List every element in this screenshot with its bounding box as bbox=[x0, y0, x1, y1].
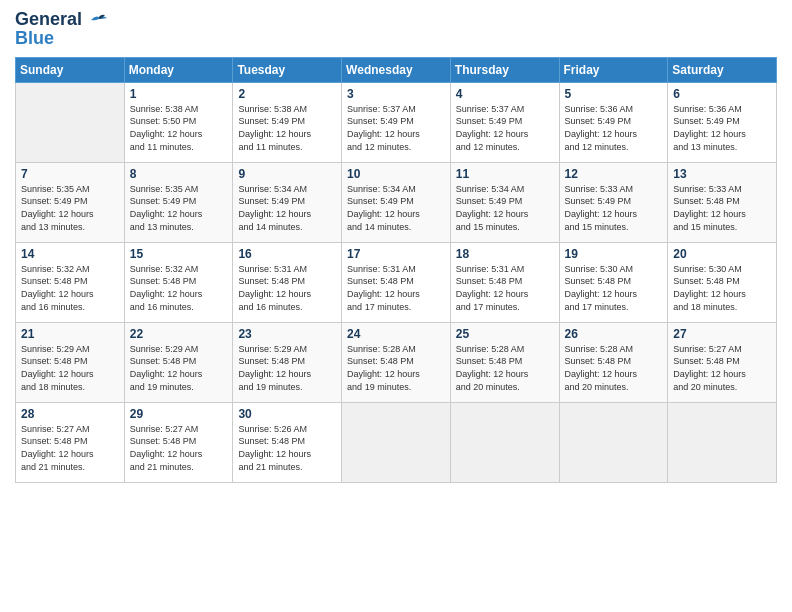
calendar-cell: 22 Sunrise: 5:29 AM Sunset: 5:48 PM Dayl… bbox=[124, 322, 233, 402]
day-number: 9 bbox=[238, 167, 336, 181]
calendar-cell: 16 Sunrise: 5:31 AM Sunset: 5:48 PM Dayl… bbox=[233, 242, 342, 322]
calendar-cell: 5 Sunrise: 5:36 AM Sunset: 5:49 PM Dayli… bbox=[559, 82, 668, 162]
day-number: 6 bbox=[673, 87, 771, 101]
day-info: Sunrise: 5:34 AM Sunset: 5:49 PM Dayligh… bbox=[347, 183, 445, 233]
day-number: 26 bbox=[565, 327, 663, 341]
day-info: Sunrise: 5:35 AM Sunset: 5:49 PM Dayligh… bbox=[130, 183, 228, 233]
day-number: 5 bbox=[565, 87, 663, 101]
day-info: Sunrise: 5:28 AM Sunset: 5:48 PM Dayligh… bbox=[565, 343, 663, 393]
day-number: 15 bbox=[130, 247, 228, 261]
calendar-cell: 4 Sunrise: 5:37 AM Sunset: 5:49 PM Dayli… bbox=[450, 82, 559, 162]
day-number: 16 bbox=[238, 247, 336, 261]
calendar-cell: 30 Sunrise: 5:26 AM Sunset: 5:48 PM Dayl… bbox=[233, 402, 342, 482]
day-info: Sunrise: 5:31 AM Sunset: 5:48 PM Dayligh… bbox=[238, 263, 336, 313]
calendar-cell: 1 Sunrise: 5:38 AM Sunset: 5:50 PM Dayli… bbox=[124, 82, 233, 162]
day-number: 17 bbox=[347, 247, 445, 261]
day-info: Sunrise: 5:28 AM Sunset: 5:48 PM Dayligh… bbox=[456, 343, 554, 393]
calendar-cell: 6 Sunrise: 5:36 AM Sunset: 5:49 PM Dayli… bbox=[668, 82, 777, 162]
day-info: Sunrise: 5:37 AM Sunset: 5:49 PM Dayligh… bbox=[347, 103, 445, 153]
day-info: Sunrise: 5:33 AM Sunset: 5:49 PM Dayligh… bbox=[565, 183, 663, 233]
day-info: Sunrise: 5:38 AM Sunset: 5:49 PM Dayligh… bbox=[238, 103, 336, 153]
day-info: Sunrise: 5:30 AM Sunset: 5:48 PM Dayligh… bbox=[673, 263, 771, 313]
calendar-cell: 20 Sunrise: 5:30 AM Sunset: 5:48 PM Dayl… bbox=[668, 242, 777, 322]
weekday-header-thursday: Thursday bbox=[450, 57, 559, 82]
day-number: 27 bbox=[673, 327, 771, 341]
calendar-cell: 21 Sunrise: 5:29 AM Sunset: 5:48 PM Dayl… bbox=[16, 322, 125, 402]
calendar-cell: 25 Sunrise: 5:28 AM Sunset: 5:48 PM Dayl… bbox=[450, 322, 559, 402]
day-number: 21 bbox=[21, 327, 119, 341]
day-number: 24 bbox=[347, 327, 445, 341]
calendar-cell: 29 Sunrise: 5:27 AM Sunset: 5:48 PM Dayl… bbox=[124, 402, 233, 482]
day-info: Sunrise: 5:34 AM Sunset: 5:49 PM Dayligh… bbox=[456, 183, 554, 233]
calendar-cell: 28 Sunrise: 5:27 AM Sunset: 5:48 PM Dayl… bbox=[16, 402, 125, 482]
weekday-header-sunday: Sunday bbox=[16, 57, 125, 82]
day-number: 1 bbox=[130, 87, 228, 101]
calendar-cell: 14 Sunrise: 5:32 AM Sunset: 5:48 PM Dayl… bbox=[16, 242, 125, 322]
weekday-header-friday: Friday bbox=[559, 57, 668, 82]
week-row-5: 28 Sunrise: 5:27 AM Sunset: 5:48 PM Dayl… bbox=[16, 402, 777, 482]
calendar-cell: 7 Sunrise: 5:35 AM Sunset: 5:49 PM Dayli… bbox=[16, 162, 125, 242]
calendar-cell: 27 Sunrise: 5:27 AM Sunset: 5:48 PM Dayl… bbox=[668, 322, 777, 402]
day-info: Sunrise: 5:29 AM Sunset: 5:48 PM Dayligh… bbox=[130, 343, 228, 393]
day-number: 28 bbox=[21, 407, 119, 421]
day-info: Sunrise: 5:33 AM Sunset: 5:48 PM Dayligh… bbox=[673, 183, 771, 233]
calendar-cell: 8 Sunrise: 5:35 AM Sunset: 5:49 PM Dayli… bbox=[124, 162, 233, 242]
weekday-header-wednesday: Wednesday bbox=[342, 57, 451, 82]
calendar-cell: 11 Sunrise: 5:34 AM Sunset: 5:49 PM Dayl… bbox=[450, 162, 559, 242]
calendar-cell: 19 Sunrise: 5:30 AM Sunset: 5:48 PM Dayl… bbox=[559, 242, 668, 322]
day-info: Sunrise: 5:38 AM Sunset: 5:50 PM Dayligh… bbox=[130, 103, 228, 153]
day-number: 19 bbox=[565, 247, 663, 261]
day-number: 18 bbox=[456, 247, 554, 261]
weekday-header-saturday: Saturday bbox=[668, 57, 777, 82]
day-info: Sunrise: 5:27 AM Sunset: 5:48 PM Dayligh… bbox=[21, 423, 119, 473]
day-number: 2 bbox=[238, 87, 336, 101]
day-info: Sunrise: 5:29 AM Sunset: 5:48 PM Dayligh… bbox=[21, 343, 119, 393]
calendar-cell: 23 Sunrise: 5:29 AM Sunset: 5:48 PM Dayl… bbox=[233, 322, 342, 402]
day-number: 13 bbox=[673, 167, 771, 181]
day-number: 30 bbox=[238, 407, 336, 421]
calendar-cell: 2 Sunrise: 5:38 AM Sunset: 5:49 PM Dayli… bbox=[233, 82, 342, 162]
weekday-header-monday: Monday bbox=[124, 57, 233, 82]
calendar-cell: 10 Sunrise: 5:34 AM Sunset: 5:49 PM Dayl… bbox=[342, 162, 451, 242]
day-number: 20 bbox=[673, 247, 771, 261]
day-number: 12 bbox=[565, 167, 663, 181]
day-info: Sunrise: 5:36 AM Sunset: 5:49 PM Dayligh… bbox=[565, 103, 663, 153]
day-info: Sunrise: 5:29 AM Sunset: 5:48 PM Dayligh… bbox=[238, 343, 336, 393]
calendar-cell: 24 Sunrise: 5:28 AM Sunset: 5:48 PM Dayl… bbox=[342, 322, 451, 402]
weekday-header-row: SundayMondayTuesdayWednesdayThursdayFrid… bbox=[16, 57, 777, 82]
calendar-cell: 12 Sunrise: 5:33 AM Sunset: 5:49 PM Dayl… bbox=[559, 162, 668, 242]
day-info: Sunrise: 5:35 AM Sunset: 5:49 PM Dayligh… bbox=[21, 183, 119, 233]
day-info: Sunrise: 5:37 AM Sunset: 5:49 PM Dayligh… bbox=[456, 103, 554, 153]
calendar-cell bbox=[16, 82, 125, 162]
day-number: 7 bbox=[21, 167, 119, 181]
calendar-cell: 15 Sunrise: 5:32 AM Sunset: 5:48 PM Dayl… bbox=[124, 242, 233, 322]
calendar-cell: 17 Sunrise: 5:31 AM Sunset: 5:48 PM Dayl… bbox=[342, 242, 451, 322]
calendar-table: SundayMondayTuesdayWednesdayThursdayFrid… bbox=[15, 57, 777, 483]
logo: General Blue bbox=[15, 10, 109, 49]
day-number: 11 bbox=[456, 167, 554, 181]
day-number: 22 bbox=[130, 327, 228, 341]
day-number: 3 bbox=[347, 87, 445, 101]
logo-blue-text: Blue bbox=[15, 28, 54, 49]
weekday-header-tuesday: Tuesday bbox=[233, 57, 342, 82]
calendar-cell: 9 Sunrise: 5:34 AM Sunset: 5:49 PM Dayli… bbox=[233, 162, 342, 242]
week-row-2: 7 Sunrise: 5:35 AM Sunset: 5:49 PM Dayli… bbox=[16, 162, 777, 242]
day-info: Sunrise: 5:26 AM Sunset: 5:48 PM Dayligh… bbox=[238, 423, 336, 473]
bird-icon bbox=[89, 13, 109, 27]
calendar-cell bbox=[559, 402, 668, 482]
day-info: Sunrise: 5:31 AM Sunset: 5:48 PM Dayligh… bbox=[347, 263, 445, 313]
day-number: 25 bbox=[456, 327, 554, 341]
calendar-cell bbox=[342, 402, 451, 482]
day-info: Sunrise: 5:30 AM Sunset: 5:48 PM Dayligh… bbox=[565, 263, 663, 313]
calendar-cell: 26 Sunrise: 5:28 AM Sunset: 5:48 PM Dayl… bbox=[559, 322, 668, 402]
day-info: Sunrise: 5:36 AM Sunset: 5:49 PM Dayligh… bbox=[673, 103, 771, 153]
calendar-cell: 18 Sunrise: 5:31 AM Sunset: 5:48 PM Dayl… bbox=[450, 242, 559, 322]
day-info: Sunrise: 5:31 AM Sunset: 5:48 PM Dayligh… bbox=[456, 263, 554, 313]
day-number: 8 bbox=[130, 167, 228, 181]
week-row-1: 1 Sunrise: 5:38 AM Sunset: 5:50 PM Dayli… bbox=[16, 82, 777, 162]
calendar-cell bbox=[450, 402, 559, 482]
week-row-4: 21 Sunrise: 5:29 AM Sunset: 5:48 PM Dayl… bbox=[16, 322, 777, 402]
day-info: Sunrise: 5:27 AM Sunset: 5:48 PM Dayligh… bbox=[673, 343, 771, 393]
calendar-cell: 3 Sunrise: 5:37 AM Sunset: 5:49 PM Dayli… bbox=[342, 82, 451, 162]
day-info: Sunrise: 5:32 AM Sunset: 5:48 PM Dayligh… bbox=[130, 263, 228, 313]
